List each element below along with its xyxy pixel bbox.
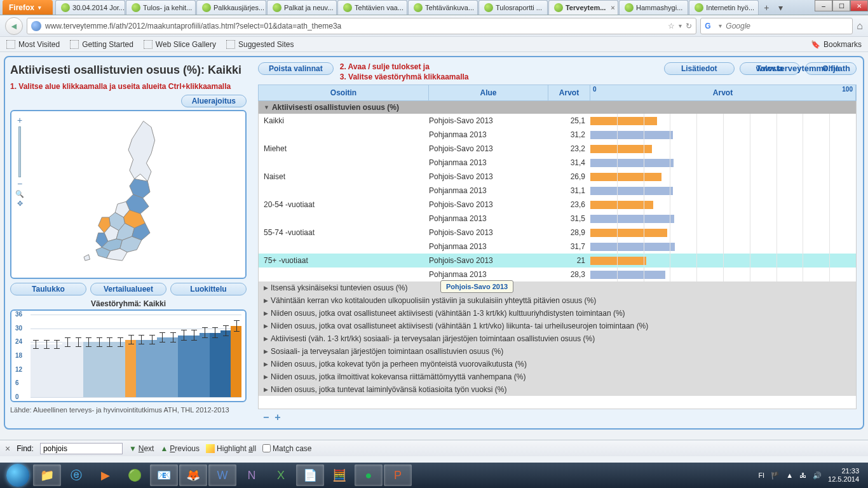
taskbar-calc[interactable]: 🧮 — [325, 464, 353, 486]
bookmark-item[interactable]: Getting Started — [70, 40, 133, 49]
taskbar-explorer[interactable]: 📁 — [33, 464, 61, 486]
header-osoitin[interactable]: Osoitin — [259, 85, 429, 100]
group-header-collapsed[interactable]: ▶Niiden osuus, jotka ovat osallistuneet … — [259, 307, 856, 320]
taskbar-chrome[interactable]: 🟢 — [121, 464, 149, 486]
browser-tab[interactable]: 30.04.2014 Jor... — [55, 0, 125, 15]
tab-close-icon[interactable]: × — [611, 4, 614, 11]
table-row[interactable]: Pohjanmaa 201331,4 — [259, 156, 856, 170]
find-next-button[interactable]: ▼Next — [129, 444, 154, 453]
window-maximize[interactable]: ☐ — [832, 0, 850, 11]
chart-bar[interactable] — [231, 326, 241, 397]
poista-button[interactable]: Poista valinnat — [258, 62, 334, 75]
group-header-collapsed[interactable]: ▶Niiden osuus, jotka ovat osallistuneet … — [259, 320, 856, 332]
tray-up-icon[interactable]: ▲ — [786, 471, 793, 479]
url-input[interactable] — [45, 22, 664, 30]
taskbar-outlook[interactable]: 📧 — [150, 464, 178, 486]
reload-icon[interactable]: ↻ — [686, 22, 692, 30]
group-header-collapsed[interactable]: ▶Vähintään kerran vko kotitalouden ulkop… — [259, 294, 856, 307]
search-input[interactable] — [726, 22, 848, 30]
find-input[interactable] — [40, 443, 123, 454]
chart-bar[interactable] — [200, 333, 210, 397]
start-button[interactable] — [4, 464, 32, 486]
star-icon[interactable]: ☆ — [668, 22, 675, 30]
group-header-collapsed[interactable]: ▶Niiden osuus, jotka ilmoittivat kokevan… — [259, 370, 856, 383]
zoom-out-icon[interactable]: − — [17, 179, 22, 189]
chart-bar[interactable] — [104, 342, 115, 397]
taskbar-powerpoint[interactable]: P — [384, 464, 412, 486]
match-case-checkbox[interactable] — [262, 444, 271, 452]
chart-bar[interactable] — [147, 340, 158, 397]
new-tab-button[interactable]: + — [759, 0, 773, 15]
browser-tab[interactable]: Palkkausjärjes... — [196, 0, 266, 15]
dropdown-icon[interactable]: ▾ — [679, 22, 682, 29]
taskbar-firefox[interactable]: 🦊 — [179, 464, 207, 486]
chart-bar[interactable] — [94, 342, 105, 397]
bookmark-item[interactable]: Web Slice Gallery — [144, 40, 216, 49]
taskbar-onenote[interactable]: N — [238, 464, 266, 486]
pan-icon[interactable]: ✥ — [17, 200, 23, 208]
bookmark-item[interactable]: Most Visited — [6, 40, 60, 49]
taulukko-button[interactable]: Taulukko — [10, 283, 86, 295]
table-row[interactable]: Pohjanmaa 201331,2 — [259, 128, 856, 142]
group-header-collapsed[interactable]: ▶Itsensä yksinäiseksi tuntevien osuus (%… — [259, 281, 856, 294]
firefox-menu-button[interactable]: Firefox — [3, 0, 53, 15]
map-zoom-controls[interactable]: + − 🔍 ✥ — [15, 115, 24, 208]
chart-bar[interactable] — [51, 344, 62, 397]
browser-tab[interactable]: Tehtävänkuva... — [408, 0, 478, 15]
browser-tab[interactable]: Terveytem...× — [548, 0, 618, 15]
group-header-collapsed[interactable]: ▶Niiden osuus, jotka tuntevat laiminlyöv… — [259, 383, 856, 396]
find-highlight-button[interactable]: Highlight all — [206, 444, 256, 453]
table-row[interactable]: 75+ -vuotiaatPohjois-Savo 201321 — [259, 254, 856, 268]
table-row[interactable]: Pohjanmaa 201331,7 — [259, 240, 856, 254]
table-row[interactable]: KaikkiPohjois-Savo 201325,1 — [259, 114, 856, 128]
aluerajoitus-button[interactable]: Aluerajoitus — [181, 95, 247, 107]
lisatiedot-button[interactable]: Lisätiedot — [664, 62, 735, 75]
expand-collapse-controls[interactable]: − + — [258, 409, 857, 426]
browser-tab[interactable]: Hammashygi... — [619, 0, 688, 15]
window-close[interactable]: ✕ — [850, 0, 868, 11]
finland-map[interactable] — [71, 116, 186, 273]
taskbar-spotify[interactable]: ● — [355, 464, 383, 486]
tray-flag-icon[interactable]: 🏴 — [771, 471, 780, 480]
site-link[interactable]: www.terveytemme.fi/ath — [756, 64, 850, 73]
browser-tab[interactable]: Tehtävien vaa... — [337, 0, 407, 15]
chart-bar[interactable] — [62, 342, 73, 397]
tray-lang[interactable]: FI — [758, 471, 764, 479]
chart-bar[interactable] — [220, 330, 231, 397]
home-button[interactable]: ⌂ — [857, 20, 863, 32]
chart-bar[interactable] — [125, 340, 136, 397]
chart-bar[interactable] — [72, 342, 83, 397]
chart-bar[interactable] — [189, 336, 200, 398]
table-row[interactable]: Pohjanmaa 201328,3 — [259, 268, 856, 281]
system-tray[interactable]: FI 🏴 ▲ 🖧 🔊 21:33 12.5.2014 — [758, 467, 864, 484]
taskbar-word[interactable]: W — [208, 464, 236, 486]
table-row[interactable]: NaisetPohjois-Savo 201326,9 — [259, 170, 856, 184]
chart-bar[interactable] — [157, 337, 168, 397]
zoom-in-icon[interactable]: + — [17, 115, 22, 125]
chart-bar[interactable] — [178, 336, 189, 398]
vertailualueet-button[interactable]: Vertailualueet — [90, 283, 166, 295]
browser-tab[interactable]: Tulos- ja kehit... — [126, 0, 196, 15]
header-alue[interactable]: Alue — [429, 85, 548, 100]
taskbar-pdf[interactable]: 📄 — [296, 464, 324, 486]
find-match-case[interactable]: Match case — [262, 444, 311, 453]
url-bar[interactable]: ☆ ▾ ↻ — [27, 18, 696, 34]
group-header-collapsed[interactable]: ▶Aktiivisesti (väh. 1-3 krt/kk) sosiaali… — [259, 332, 856, 345]
taskbar-ie[interactable]: ⓔ — [62, 464, 90, 486]
chart-bar[interactable] — [31, 344, 41, 397]
find-prev-button[interactable]: ▲Previous — [160, 444, 200, 453]
taskbar-wmp[interactable]: ▶ — [92, 464, 119, 486]
search-bar[interactable]: G ▾ — [700, 18, 853, 34]
window-minimize[interactable]: – — [815, 0, 832, 11]
browser-tab[interactable]: Internetin hyö... — [689, 0, 759, 15]
table-row[interactable]: MiehetPohjois-Savo 201323,2 — [259, 142, 856, 156]
chart-bar[interactable] — [136, 340, 147, 397]
zoom-slider[interactable] — [18, 126, 21, 177]
back-button[interactable]: ◄ — [5, 17, 23, 35]
chart-bar[interactable] — [83, 342, 94, 397]
tray-clock[interactable]: 21:33 12.5.2014 — [828, 467, 859, 484]
tray-network-icon[interactable]: 🖧 — [799, 471, 806, 479]
browser-tab[interactable]: Palkat ja neuv... — [267, 0, 337, 15]
chart-panel[interactable]: 061218243036 — [10, 309, 247, 402]
group-header-collapsed[interactable]: ▶Niiden osuus, jotka kokevat työn ja per… — [259, 358, 856, 370]
